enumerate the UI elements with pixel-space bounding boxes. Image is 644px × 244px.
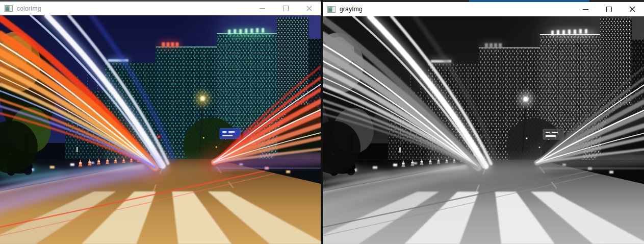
maximize-icon <box>283 6 289 11</box>
grayimg-window: grayImg <box>321 0 644 244</box>
window-title: grayImg <box>340 6 363 13</box>
colorimg-titlebar[interactable]: colorImg <box>0 2 321 15</box>
window-controls <box>250 2 321 15</box>
minimize-button[interactable] <box>574 2 597 16</box>
close-icon <box>629 6 635 12</box>
picture-icon <box>5 5 13 12</box>
maximize-icon <box>606 7 612 12</box>
picture-icon <box>327 6 336 13</box>
desktop: colorImg <box>0 0 644 244</box>
color-image-canvas <box>0 15 321 244</box>
grayimg-titlebar[interactable]: grayImg <box>323 2 644 16</box>
minimize-icon <box>583 9 588 10</box>
close-button[interactable] <box>621 2 644 16</box>
maximize-button[interactable] <box>274 2 297 15</box>
window-controls <box>574 2 644 16</box>
minimize-button[interactable] <box>250 2 274 15</box>
minimize-icon <box>260 8 265 9</box>
window-title: colorImg <box>17 5 41 12</box>
gray-image-canvas <box>323 16 644 244</box>
close-button[interactable] <box>297 2 321 15</box>
close-icon <box>306 6 312 11</box>
colorimg-window: colorImg <box>0 0 321 244</box>
maximize-button[interactable] <box>597 2 621 16</box>
